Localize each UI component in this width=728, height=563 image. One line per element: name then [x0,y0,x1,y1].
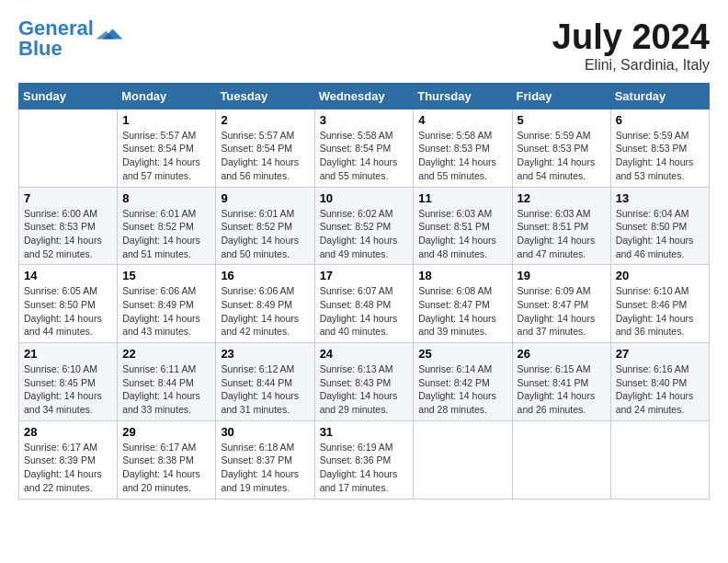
day-info: Sunrise: 6:06 AM Sunset: 8:49 PM Dayligh… [122,284,210,339]
day-number: 10 [320,191,409,205]
day-number: 25 [418,347,506,361]
day-number: 24 [320,347,409,361]
calendar-cell: 12Sunrise: 6:03 AM Sunset: 8:51 PM Dayli… [512,187,610,265]
calendar-cell: 11Sunrise: 6:03 AM Sunset: 8:51 PM Dayli… [414,187,512,265]
day-number: 9 [221,191,309,205]
calendar-cell: 27Sunrise: 6:16 AM Sunset: 8:40 PM Dayli… [610,343,709,421]
location-subtitle: Elini, Sardinia, Italy [552,57,710,74]
calendar-cell: 18Sunrise: 6:08 AM Sunset: 8:47 PM Dayli… [414,265,512,343]
day-info: Sunrise: 6:06 AM Sunset: 8:49 PM Dayligh… [221,284,309,339]
page-header: GeneralBlue July 2024 Elini, Sardinia, I… [18,18,710,74]
calendar-cell: 25Sunrise: 6:14 AM Sunset: 8:42 PM Dayli… [414,343,512,421]
calendar-cell: 16Sunrise: 6:06 AM Sunset: 8:49 PM Dayli… [216,265,314,343]
day-info: Sunrise: 6:00 AM Sunset: 8:53 PM Dayligh… [24,207,112,261]
weekday-header-tuesday: Tuesday [216,83,314,109]
calendar-cell: 28Sunrise: 6:17 AM Sunset: 8:39 PM Dayli… [19,420,118,499]
day-info: Sunrise: 6:11 AM Sunset: 8:44 PM Dayligh… [122,362,210,417]
weekday-header-thursday: Thursday [414,83,512,109]
day-number: 21 [24,347,112,361]
calendar-cell [19,109,118,187]
day-info: Sunrise: 5:57 AM Sunset: 8:54 PM Dayligh… [122,129,210,183]
weekday-header-sunday: Sunday [19,83,118,109]
day-number: 6 [616,113,704,127]
day-info: Sunrise: 6:17 AM Sunset: 8:39 PM Dayligh… [24,441,112,495]
weekday-header-monday: Monday [118,83,216,109]
day-info: Sunrise: 5:58 AM Sunset: 8:53 PM Dayligh… [418,129,506,183]
day-number: 23 [221,347,309,361]
calendar-cell: 1Sunrise: 5:57 AM Sunset: 8:54 PM Daylig… [118,109,216,187]
calendar-cell [414,420,512,499]
calendar-cell: 5Sunrise: 5:59 AM Sunset: 8:53 PM Daylig… [512,109,610,187]
day-number: 14 [24,269,112,282]
day-number: 3 [320,113,409,127]
calendar-body: 1Sunrise: 5:57 AM Sunset: 8:54 PM Daylig… [19,109,710,499]
day-number: 20 [616,269,704,282]
day-number: 22 [122,347,210,361]
day-info: Sunrise: 6:05 AM Sunset: 8:50 PM Dayligh… [24,284,112,339]
day-number: 11 [418,191,506,205]
day-info: Sunrise: 6:08 AM Sunset: 8:47 PM Dayligh… [418,284,506,339]
day-number: 19 [518,269,606,282]
calendar-cell: 17Sunrise: 6:07 AM Sunset: 8:48 PM Dayli… [314,265,414,343]
day-number: 30 [221,425,309,439]
day-number: 18 [418,269,506,282]
day-info: Sunrise: 6:14 AM Sunset: 8:42 PM Dayligh… [418,362,506,417]
weekday-header-saturday: Saturday [610,83,709,109]
weekday-header-wednesday: Wednesday [314,83,414,109]
day-number: 15 [122,269,210,282]
day-number: 27 [616,347,704,361]
day-number: 1 [122,113,210,127]
day-number: 28 [24,425,112,439]
calendar-cell [610,420,709,499]
calendar-cell: 29Sunrise: 6:17 AM Sunset: 8:38 PM Dayli… [118,420,216,499]
calendar-cell: 2Sunrise: 5:57 AM Sunset: 8:54 PM Daylig… [216,109,314,187]
day-info: Sunrise: 6:17 AM Sunset: 8:38 PM Dayligh… [122,441,210,495]
calendar-cell: 21Sunrise: 6:10 AM Sunset: 8:45 PM Dayli… [19,343,118,421]
day-number: 5 [518,113,606,127]
calendar-cell: 13Sunrise: 6:04 AM Sunset: 8:50 PM Dayli… [610,187,709,265]
calendar-cell: 9Sunrise: 6:01 AM Sunset: 8:52 PM Daylig… [216,187,314,265]
day-info: Sunrise: 6:13 AM Sunset: 8:43 PM Dayligh… [320,362,409,417]
day-info: Sunrise: 6:04 AM Sunset: 8:50 PM Dayligh… [616,207,704,261]
day-info: Sunrise: 6:10 AM Sunset: 8:46 PM Dayligh… [616,284,704,339]
calendar-cell: 4Sunrise: 5:58 AM Sunset: 8:53 PM Daylig… [414,109,512,187]
month-year-title: July 2024 [552,18,710,57]
day-info: Sunrise: 6:18 AM Sunset: 8:37 PM Dayligh… [221,441,309,495]
day-number: 12 [518,191,606,205]
day-info: Sunrise: 5:57 AM Sunset: 8:54 PM Dayligh… [221,129,309,183]
calendar-cell: 6Sunrise: 5:59 AM Sunset: 8:53 PM Daylig… [610,109,709,187]
day-number: 13 [616,191,704,205]
day-info: Sunrise: 6:02 AM Sunset: 8:52 PM Dayligh… [320,207,409,261]
day-number: 8 [122,191,210,205]
day-info: Sunrise: 5:58 AM Sunset: 8:54 PM Dayligh… [320,129,409,183]
calendar-week-1: 1Sunrise: 5:57 AM Sunset: 8:54 PM Daylig… [19,109,710,187]
day-info: Sunrise: 6:19 AM Sunset: 8:36 PM Dayligh… [320,441,409,495]
calendar-cell: 7Sunrise: 6:00 AM Sunset: 8:53 PM Daylig… [19,187,118,265]
calendar-cell: 22Sunrise: 6:11 AM Sunset: 8:44 PM Dayli… [118,343,216,421]
day-number: 17 [320,269,409,282]
calendar-cell: 14Sunrise: 6:05 AM Sunset: 8:50 PM Dayli… [19,265,118,343]
day-number: 2 [221,113,309,127]
calendar-week-4: 21Sunrise: 6:10 AM Sunset: 8:45 PM Dayli… [19,343,710,421]
calendar-cell: 15Sunrise: 6:06 AM Sunset: 8:49 PM Dayli… [118,265,216,343]
day-info: Sunrise: 6:12 AM Sunset: 8:44 PM Dayligh… [221,362,309,417]
calendar-cell: 19Sunrise: 6:09 AM Sunset: 8:47 PM Dayli… [512,265,610,343]
calendar-week-2: 7Sunrise: 6:00 AM Sunset: 8:53 PM Daylig… [19,187,710,265]
calendar-header: SundayMondayTuesdayWednesdayThursdayFrid… [19,83,710,109]
calendar-cell: 30Sunrise: 6:18 AM Sunset: 8:37 PM Dayli… [216,420,314,499]
day-number: 31 [320,425,409,439]
calendar-cell [512,420,610,499]
day-info: Sunrise: 6:03 AM Sunset: 8:51 PM Dayligh… [418,207,506,261]
logo: GeneralBlue [18,18,123,59]
day-number: 7 [24,191,112,205]
calendar-cell: 31Sunrise: 6:19 AM Sunset: 8:36 PM Dayli… [314,420,414,499]
day-info: Sunrise: 6:03 AM Sunset: 8:51 PM Dayligh… [518,207,606,261]
day-info: Sunrise: 6:16 AM Sunset: 8:40 PM Dayligh… [616,362,704,417]
calendar-cell: 20Sunrise: 6:10 AM Sunset: 8:46 PM Dayli… [610,265,709,343]
day-info: Sunrise: 6:15 AM Sunset: 8:41 PM Dayligh… [518,362,606,417]
calendar-cell: 26Sunrise: 6:15 AM Sunset: 8:41 PM Dayli… [512,343,610,421]
logo-icon [96,26,123,42]
calendar-cell: 10Sunrise: 6:02 AM Sunset: 8:52 PM Dayli… [314,187,414,265]
calendar-table: SundayMondayTuesdayWednesdayThursdayFrid… [18,83,710,500]
weekday-header-friday: Friday [512,83,610,109]
